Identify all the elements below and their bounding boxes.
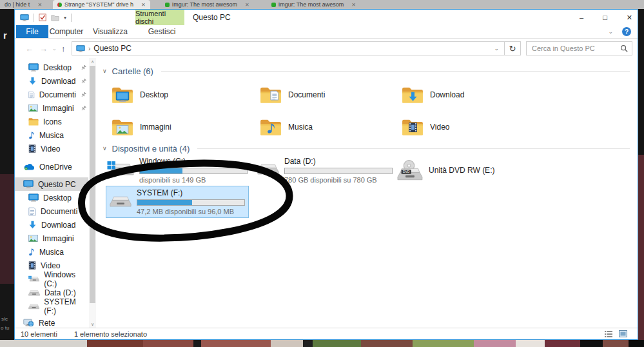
tab-close-icon[interactable]: ✕ — [351, 2, 356, 8]
scroll-up-icon[interactable]: ∧ — [89, 59, 96, 65]
collapse-chevron-icon[interactable]: ∨ — [102, 68, 107, 74]
sidebar-item-download[interactable]: Download — [15, 218, 88, 232]
maximize-button[interactable]: □ — [603, 14, 607, 21]
forum-favicon — [57, 3, 62, 7]
browser-tab-2[interactable]: Strange "SYSTEM" drive h ✕ — [53, 0, 150, 9]
scroll-down-icon[interactable]: ∨ — [89, 321, 96, 328]
sidebar-item-icons[interactable]: Icons — [15, 115, 88, 128]
section-header-cartelle[interactable]: ∨ Cartelle (6) — [102, 66, 630, 76]
browser-tab-3[interactable]: Imgur: The most awesom ✕ — [161, 0, 254, 9]
tab-visualizza[interactable]: Visualizza — [90, 25, 131, 38]
recent-locations-icon[interactable]: ⌄ — [52, 39, 57, 58]
thumbnail-view-icon[interactable] — [619, 330, 627, 337]
collapse-chevron-icon[interactable]: ∨ — [102, 145, 107, 152]
tab-close-icon[interactable]: ✕ — [37, 2, 42, 8]
folder-label: Documenti — [288, 90, 325, 99]
desktop-wallpaper-fragment — [638, 155, 644, 340]
drive-icon — [110, 193, 132, 210]
section-header-dispositivi[interactable]: ∨ Dispositivi e unità (4) — [102, 143, 630, 154]
search-icon[interactable] — [620, 45, 628, 52]
section-title: Cartelle (6) — [112, 66, 153, 76]
refresh-icon[interactable]: ↻ — [505, 44, 520, 54]
sidebar-item-desktop[interactable]: Desktop — [15, 191, 88, 204]
browser-tab-1[interactable]: do | hide t ✕ — [0, 0, 46, 9]
tab-file[interactable]: File — [16, 25, 48, 38]
properties-checkbox-icon[interactable] — [39, 14, 46, 21]
search-input[interactable] — [531, 44, 620, 53]
address-dropdown-icon[interactable]: ⌄ — [489, 45, 504, 52]
back-button[interactable]: ← — [25, 39, 34, 58]
details-view-icon[interactable] — [605, 331, 612, 337]
ribbon-right-controls: ⌄ ? — [608, 25, 631, 38]
ribbon-collapse-icon[interactable]: ⌄ — [608, 28, 613, 35]
breadcrumb-location[interactable]: Questo PC — [93, 44, 132, 53]
music-note-icon — [28, 248, 35, 256]
sidebar-item-label: Musica — [39, 131, 64, 140]
drive-tile-dvd-e[interactable]: DVD Unità DVD RW (E:) — [395, 156, 524, 184]
sidebar-item-system-f[interactable]: SYSTEM (F:) — [15, 299, 88, 313]
sidebar-item-label: Icons — [43, 117, 62, 126]
desktop-bottom-collage — [0, 340, 644, 347]
sidebar-item-immagini-quick[interactable]: Immagini — [15, 101, 88, 115]
documents-folder-icon — [260, 86, 282, 104]
sidebar-item-desktop-quick[interactable]: Desktop — [15, 61, 88, 74]
tab-close-icon[interactable]: ✕ — [245, 2, 249, 8]
close-button[interactable]: ✕ — [627, 14, 632, 22]
drive-tile-windows-c[interactable]: Windows (C:) disponibili su 149 GB — [104, 155, 251, 186]
address-box[interactable]: › Questo PC ⌄ ↻ — [72, 41, 521, 55]
pc-icon[interactable] — [20, 14, 29, 21]
sidebar-item-download-quick[interactable]: Download — [15, 74, 88, 88]
sidebar-item-questo-pc[interactable]: Questo PC — [15, 177, 88, 191]
scrollbar-thumb[interactable] — [90, 66, 95, 303]
search-box[interactable] — [526, 41, 632, 55]
drive-free-space: 780 GB disponibili su 780 GB — [284, 176, 393, 184]
sidebar-item-video[interactable]: Video — [15, 142, 88, 155]
sidebar-item-label: Video — [41, 144, 60, 154]
browser-tab-2-label: Strange "SYSTEM" drive h — [64, 1, 133, 8]
quick-access-toolbar: ▾ — [20, 10, 72, 25]
new-folder-icon[interactable] — [51, 14, 59, 21]
music-note-icon — [28, 131, 35, 139]
drive-tile-data-d[interactable]: Data (D:) 780 GB disponibili su 780 GB — [254, 155, 396, 186]
up-button[interactable]: ↑ — [61, 39, 66, 58]
folder-tile-immagini[interactable]: Immagini — [109, 113, 244, 141]
sidebar-item-windows-c[interactable]: Windows (C:) — [15, 272, 88, 286]
folder-label: Video — [430, 123, 449, 132]
tab-computer[interactable]: Computer — [46, 25, 87, 38]
imgur-favicon — [165, 3, 170, 7]
tab-gestisci[interactable]: Gestisci — [141, 25, 182, 38]
forward-button[interactable]: → — [39, 39, 48, 58]
sidebar-item-immagini[interactable]: Immagini — [15, 232, 88, 245]
drive-free-space: 47,2 MB disponibili su 96,0 MB — [137, 208, 245, 215]
folder-tile-download[interactable]: Download — [399, 81, 534, 109]
sidebar-item-onedrive[interactable]: OneDrive — [15, 160, 88, 174]
folder-tile-desktop[interactable]: Desktop — [109, 81, 244, 109]
download-icon — [28, 221, 37, 229]
folder-tile-documenti[interactable]: Documenti — [257, 81, 392, 109]
sidebar-item-musica[interactable]: Musica — [15, 128, 88, 142]
sidebar-item-musica-pc[interactable]: Musica — [15, 245, 88, 259]
minimize-button[interactable]: – — [580, 14, 583, 21]
download-folder-icon — [402, 86, 424, 104]
tab-close-icon[interactable]: ✕ — [141, 2, 146, 8]
contextual-tab-strumenti-dischi[interactable]: Strumenti dischi — [135, 10, 184, 25]
drive-tile-system-f[interactable]: SYSTEM (F:) 47,2 MB disponibili su 96,0 … — [106, 186, 249, 218]
sidebar-scrollbar[interactable]: ∧ ∨ — [89, 58, 96, 328]
download-icon — [28, 77, 37, 85]
folder-tile-video[interactable]: Video — [399, 113, 534, 141]
sidebar-item-documenti[interactable]: Documenti — [15, 204, 88, 218]
sidebar-item-documenti-quick[interactable]: Documenti — [15, 88, 88, 101]
section-rule — [197, 148, 630, 149]
desktop-left-strip: r sle o tu — [0, 9, 14, 340]
pin-icon — [81, 105, 86, 112]
help-icon[interactable]: ? — [622, 27, 631, 36]
folder-label: Desktop — [140, 90, 168, 99]
browser-tab-4[interactable]: Imgur: The most awesom ✕ — [267, 0, 360, 9]
pc-icon — [23, 180, 34, 188]
qat-customize-icon[interactable]: ▾ — [64, 15, 66, 21]
drive-name: Unità DVD RW (E:) — [429, 166, 494, 175]
dvd-drive-icon: DVD — [395, 159, 424, 181]
folder-tile-musica[interactable]: Musica — [257, 113, 392, 141]
folder-label: Immagini — [140, 123, 171, 132]
window-controls: – □ ✕ — [580, 10, 632, 25]
